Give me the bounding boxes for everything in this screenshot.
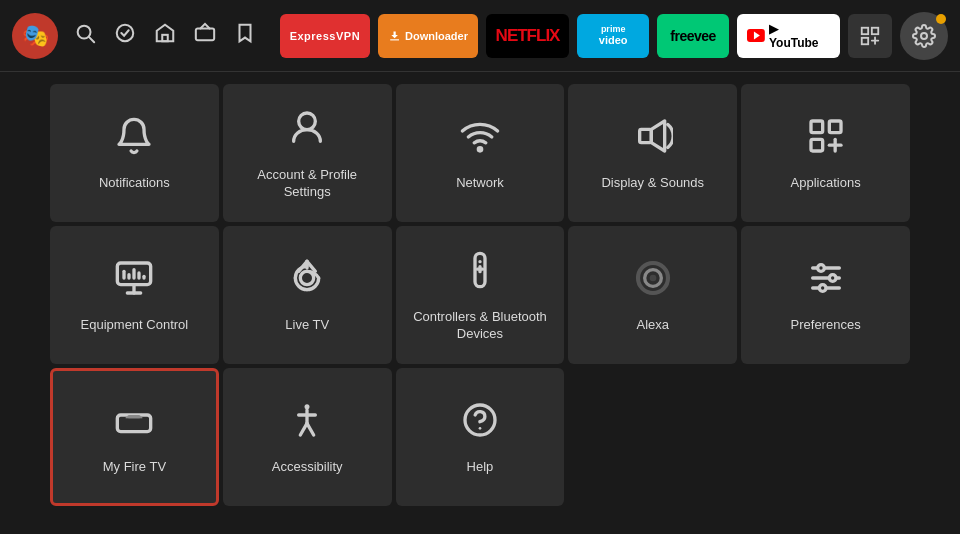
- myfiretv-label: My Fire TV: [103, 459, 166, 476]
- settings-badge: [936, 14, 946, 24]
- svg-point-36: [478, 260, 481, 263]
- bell-icon: [114, 116, 154, 161]
- tv-icon[interactable]: [194, 22, 216, 49]
- svg-rect-18: [811, 121, 823, 133]
- firetv-icon: [114, 400, 154, 445]
- grid-item-network[interactable]: Network: [396, 84, 565, 222]
- settings-grid: Notifications Account & Profile Settings…: [0, 76, 960, 514]
- svg-point-46: [829, 275, 836, 282]
- sliders-icon: [806, 258, 846, 303]
- grid-item-myfiretv[interactable]: My Fire TV: [50, 368, 219, 506]
- svg-point-14: [299, 113, 316, 130]
- controllers-label: Controllers & Bluetooth Devices: [406, 309, 555, 343]
- notifications-label: Notifications: [99, 175, 170, 192]
- grid-item-applications[interactable]: Applications: [741, 84, 910, 222]
- svg-marker-17: [651, 121, 664, 151]
- grid-item-notifications[interactable]: Notifications: [50, 84, 219, 222]
- grid-apps-button[interactable]: [848, 14, 892, 58]
- topbar-left: 🎭: [12, 13, 256, 59]
- accessibility-label: Accessibility: [272, 459, 343, 476]
- svg-line-1: [89, 37, 94, 42]
- preferences-label: Preferences: [791, 317, 861, 334]
- app-expressvpn[interactable]: ExpressVPN: [280, 14, 370, 58]
- svg-point-41: [649, 275, 656, 282]
- svg-rect-16: [639, 129, 651, 142]
- apps-icon: [806, 116, 846, 161]
- display-label: Display & Sounds: [601, 175, 704, 192]
- svg-point-47: [819, 285, 826, 292]
- svg-rect-19: [829, 121, 841, 133]
- svg-rect-5: [390, 39, 399, 40]
- grid-item-livetv[interactable]: Live TV: [223, 226, 392, 364]
- bookmark-icon[interactable]: [234, 22, 256, 49]
- avatar[interactable]: 🎭: [12, 13, 58, 59]
- livetv-label: Live TV: [285, 317, 329, 334]
- applications-label: Applications: [791, 175, 861, 192]
- svg-point-2: [117, 25, 134, 42]
- grid-item-alexa[interactable]: Alexa: [568, 226, 737, 364]
- svg-rect-8: [862, 27, 868, 33]
- wifi-icon: [460, 116, 500, 161]
- help-label: Help: [467, 459, 494, 476]
- svg-rect-10: [862, 37, 868, 43]
- person-icon: [287, 108, 327, 153]
- equipment-label: Equipment Control: [81, 317, 189, 334]
- topbar-apps: ExpressVPN Downloader NETFLIX prime vide…: [280, 14, 840, 58]
- svg-point-57: [479, 427, 482, 430]
- svg-line-55: [307, 423, 314, 435]
- alexa-icon: [633, 258, 673, 303]
- speaker-icon: [633, 116, 673, 161]
- svg-rect-50: [126, 417, 143, 419]
- nav-icons: [74, 22, 256, 49]
- antenna-icon: [287, 258, 327, 303]
- topbar: 🎭: [0, 0, 960, 72]
- svg-rect-3: [162, 35, 168, 41]
- svg-rect-20: [811, 139, 823, 151]
- grid-item-account[interactable]: Account & Profile Settings: [223, 84, 392, 222]
- grid-item-equipment[interactable]: Equipment Control: [50, 226, 219, 364]
- network-label: Network: [456, 175, 504, 192]
- accessibility-icon: [287, 400, 327, 445]
- grid-item-display[interactable]: Display & Sounds: [568, 84, 737, 222]
- youtube-label: ▶ YouTube: [769, 22, 830, 50]
- grid-item-preferences[interactable]: Preferences: [741, 226, 910, 364]
- search-icon[interactable]: [74, 22, 96, 49]
- grid-item-accessibility[interactable]: Accessibility: [223, 368, 392, 506]
- monitor-icon: [114, 258, 154, 303]
- grid-item-controllers[interactable]: Controllers & Bluetooth Devices: [396, 226, 565, 364]
- help-icon: [460, 400, 500, 445]
- settings-button[interactable]: [900, 12, 948, 60]
- svg-point-45: [817, 265, 824, 272]
- svg-rect-4: [196, 28, 214, 40]
- grid-item-help[interactable]: Help: [396, 368, 565, 506]
- app-netflix[interactable]: NETFLIX: [486, 14, 569, 58]
- alexa-label: Alexa: [637, 317, 670, 334]
- remote-icon: [460, 250, 500, 295]
- svg-point-13: [921, 33, 927, 39]
- checkmark-icon[interactable]: [114, 22, 136, 49]
- account-label: Account & Profile Settings: [233, 167, 382, 201]
- svg-line-54: [301, 423, 308, 435]
- svg-point-15: [478, 148, 481, 151]
- topbar-right: [848, 12, 948, 60]
- app-youtube[interactable]: ▶ YouTube: [737, 14, 840, 58]
- app-freevee[interactable]: freevee: [657, 14, 729, 58]
- home-icon[interactable]: [154, 22, 176, 49]
- app-downloader[interactable]: Downloader: [378, 14, 478, 58]
- svg-rect-9: [872, 27, 878, 33]
- app-primevideo[interactable]: prime video: [577, 14, 649, 58]
